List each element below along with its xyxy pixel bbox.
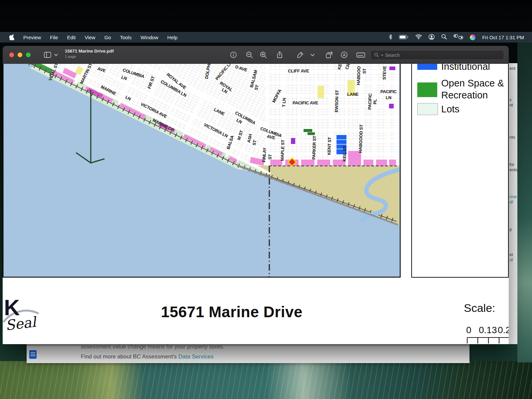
menu-go[interactable]: Go	[104, 35, 111, 40]
background-text-fragment: for	[509, 162, 514, 167]
scale-number: 0.13	[479, 325, 497, 335]
background-page-text2: Find out more about BC Assessment's Data…	[81, 353, 213, 360]
street-label: LN	[386, 95, 391, 100]
logo-script: Seal	[4, 314, 37, 334]
apple-menu-icon[interactable]	[9, 34, 14, 40]
search-scope-chevron-icon	[380, 54, 384, 57]
info-button[interactable]	[229, 51, 238, 60]
background-browser-page: assessment value change means for your p…	[27, 344, 469, 363]
background-page-icon	[29, 350, 37, 359]
background-text-fragment: et	[509, 252, 513, 257]
background-browser-edge: entsotntsforentsrinedflfetdf	[509, 63, 517, 344]
street-label: EWSON ST	[334, 90, 339, 112]
window-titlebar[interactable]: 15671 Marine Drive.pdf 1 page	[3, 46, 509, 64]
svg-text:A: A	[343, 53, 345, 57]
background-page-text: assessment value change means for your p…	[81, 344, 224, 350]
background-text-fragment: rine	[509, 194, 517, 199]
background-text-fragment: ot	[509, 102, 513, 107]
menu-window[interactable]: Window	[141, 35, 158, 40]
markup-chevron-button[interactable]	[309, 51, 316, 60]
search-icon	[374, 53, 379, 58]
background-text-fragment: df	[509, 257, 513, 262]
street-label: HABGOOD ST	[358, 124, 364, 153]
bluetooth-icon[interactable]	[389, 34, 392, 41]
street-label: PL	[372, 99, 378, 104]
street-label: KEIL ST	[342, 146, 347, 162]
scale-number: 0	[466, 325, 471, 335]
background-text-fragment: ents	[509, 167, 517, 172]
menu-bar-clock[interactable]: Fri Oct 17 1:31 PM	[482, 35, 524, 40]
map: VIDAL STMARTIN STMARINELNVICTORIA AVEMAR…	[3, 64, 401, 278]
background-text-fragment: df	[509, 200, 513, 204]
street-label: HABGOO	[356, 66, 361, 85]
menu-file[interactable]: File	[50, 35, 58, 40]
street-label: KENT ST	[327, 137, 332, 155]
background-page-text2-prefix: Find out more about BC Assessment's	[81, 353, 178, 360]
search-placeholder: Search	[385, 53, 400, 58]
spotlight-search-icon[interactable]	[441, 34, 447, 41]
menu-edit[interactable]: Edit	[67, 35, 76, 40]
legend-label-open-space: Open Space & Recreation	[441, 77, 506, 101]
close-button[interactable]	[9, 53, 14, 57]
scale-number: 0.2	[498, 325, 509, 335]
zoom-window-button[interactable]	[26, 53, 31, 57]
pdf-footer-band: K Seal 15671 Marine Drive Scale: 0 0.13 …	[3, 278, 509, 344]
window-title-block: 15671 Marine Drive.pdf 1 page	[65, 49, 114, 59]
street-label: MAPLE ST	[280, 140, 285, 161]
document-title: 15671 Marine Drive.pdf	[65, 49, 114, 54]
legend-swatch-institutional	[417, 64, 437, 70]
minimize-button[interactable]	[18, 53, 22, 57]
sidebar-toggle-button[interactable]	[43, 51, 59, 60]
share-button[interactable]	[275, 51, 284, 60]
legend-label-lots: Lots	[441, 103, 506, 115]
legend-swatch-open-space	[417, 82, 437, 97]
user-account-icon[interactable]	[429, 34, 435, 41]
street-label: ST	[267, 154, 273, 160]
menu-help[interactable]: Help	[167, 35, 178, 40]
realtor-logo: K Seal	[3, 295, 43, 341]
siri-icon[interactable]	[470, 35, 475, 40]
street-label: T LN	[281, 98, 287, 107]
street-label: FINLAY	[261, 147, 267, 162]
street-label: LANE	[347, 92, 359, 97]
annotate-button[interactable]: A	[340, 51, 348, 60]
menu-view[interactable]: View	[84, 35, 95, 40]
markup-pen-button[interactable]	[296, 51, 305, 60]
street-label: PACIFIC	[367, 93, 373, 110]
pdf-content: VIDAL STMARTIN STMARINELNVICTORIA AVEMAR…	[3, 64, 509, 344]
legend-label-institutional: Institutional	[441, 64, 506, 72]
scale-bar	[467, 337, 509, 344]
battery-icon[interactable]	[399, 35, 409, 40]
menu-preview[interactable]: Preview	[23, 35, 41, 40]
street-label: CLIFF AVE	[288, 68, 309, 73]
pdf-canvas[interactable]: VIDAL STMARTIN STMARINELNVICTORIA AVEMAR…	[3, 64, 509, 278]
street-label: PACIFIC AVE	[293, 100, 318, 105]
pdf-page-title: 15671 Marine Drive	[161, 303, 303, 321]
wifi-icon[interactable]	[415, 34, 422, 40]
zoom-out-button[interactable]	[245, 51, 254, 60]
menu-bar: PreviewFileEditViewGoToolsWindowHelp Fri…	[0, 32, 532, 43]
street-label: PACIFIC	[380, 89, 397, 94]
toolbar-search-field[interactable]: Search	[370, 50, 504, 60]
desktop-wallpaper-right	[517, 42, 532, 362]
scale-label: Scale:	[464, 302, 495, 315]
page-count: 1 page	[65, 55, 114, 59]
control-center-icon[interactable]	[454, 34, 463, 40]
screen: { "menu_bar": { "items": ["Preview", "Fi…	[0, 0, 532, 399]
desktop-wallpaper-shore	[0, 361, 532, 399]
street-label: STEVE	[382, 66, 387, 80]
background-text-fragment: s	[509, 97, 512, 102]
rotate-button[interactable]	[325, 51, 334, 60]
legend-swatch-lots	[417, 103, 438, 115]
background-text-fragment: nts	[509, 135, 515, 140]
data-services-link[interactable]: Data Services	[178, 353, 213, 360]
fill-sign-button[interactable]	[356, 51, 366, 60]
street-label: ST	[362, 68, 367, 74]
preview-window: 15671 Marine Drive.pdf 1 page	[3, 46, 509, 344]
street-label: PARKER ST	[311, 136, 317, 160]
map-legend: Institutional Open Space & Recreation Lo…	[411, 64, 509, 278]
background-text-fragment: lf	[509, 227, 512, 232]
zoom-in-button[interactable]	[259, 51, 268, 60]
menu-tools[interactable]: Tools	[120, 35, 132, 40]
background-text-fragment: ent	[509, 66, 515, 71]
